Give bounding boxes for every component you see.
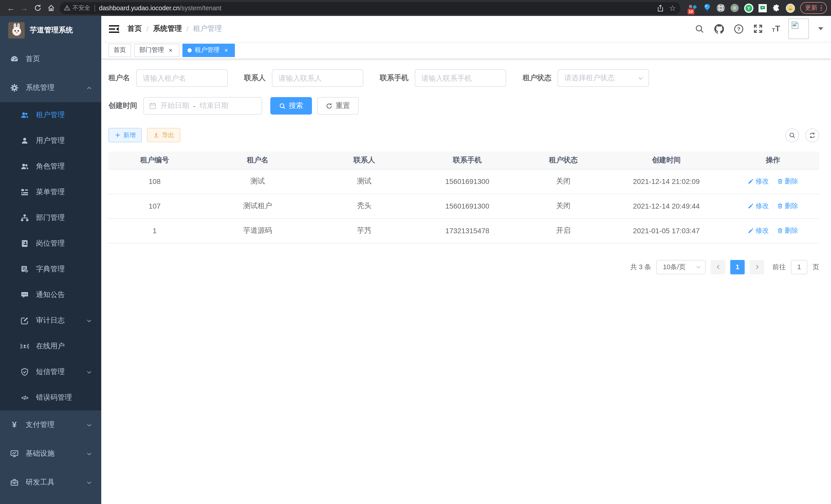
- address-bar[interactable]: 不安全 dashboard.yudao.iocoder.cn/system/te…: [60, 2, 680, 14]
- create-time-range-picker[interactable]: 开始日期 - 结束日期: [143, 97, 262, 115]
- tab-close-icon[interactable]: ×: [223, 47, 230, 54]
- search-button[interactable]: 搜索: [270, 97, 312, 115]
- sidebar-item-label: 审计日志: [36, 316, 79, 325]
- bookmark-star-icon[interactable]: ☆: [669, 4, 676, 12]
- reset-button[interactable]: 重置: [317, 97, 359, 115]
- sidebar-item-label: 菜单管理: [36, 187, 92, 197]
- back-icon[interactable]: ←: [4, 1, 18, 14]
- tab-tenant[interactable]: 租户管理 ×: [182, 43, 235, 57]
- extension-grid-icon[interactable]: 10: [688, 3, 698, 12]
- extension-kite-icon[interactable]: [702, 3, 712, 12]
- tab-close-icon[interactable]: ×: [167, 47, 174, 54]
- sidebar-item-audit-log[interactable]: 审计日志: [0, 308, 101, 333]
- breadcrumb-separator: /: [187, 25, 189, 33]
- sidebar-item-menu[interactable]: 菜单管理: [0, 179, 101, 205]
- cell-actions: 修改 删除: [727, 194, 819, 218]
- sidebar-item-error-code[interactable]: </> 错误码管理: [0, 385, 101, 411]
- avatar-caret-icon[interactable]: [818, 27, 823, 30]
- sidebar-item-dev-tools[interactable]: 研发工具: [0, 468, 101, 497]
- user-icon: [21, 137, 29, 145]
- profile-avatar-icon[interactable]: [785, 3, 795, 12]
- mobile-input[interactable]: [415, 69, 506, 87]
- warning-icon: [64, 5, 70, 11]
- extension-chat-icon[interactable]: [758, 3, 767, 12]
- chevron-left-icon: [715, 264, 721, 270]
- extension-badge: 10: [687, 9, 694, 14]
- user-avatar[interactable]: [789, 19, 809, 39]
- prev-page-button[interactable]: [711, 260, 725, 274]
- tenant-name-input[interactable]: [136, 69, 228, 87]
- sidebar-item-infra[interactable]: 基础设施: [0, 439, 101, 468]
- browser-menu-icon[interactable]: [821, 5, 822, 11]
- font-size-icon[interactable]: TT: [772, 25, 780, 33]
- help-icon[interactable]: ?: [733, 23, 744, 34]
- forward-icon[interactable]: →: [18, 1, 31, 14]
- calendar-icon: [149, 102, 156, 110]
- breadcrumb-separator: /: [146, 25, 148, 33]
- extension-puzzle-icon[interactable]: [772, 3, 781, 12]
- chevron-down-icon: [696, 264, 701, 269]
- menu-tree-icon: [21, 188, 29, 196]
- table-row: 107 测试租户 秃头 15601691300 关闭 2021-12-14 20…: [109, 194, 819, 218]
- delete-link[interactable]: 删除: [777, 201, 798, 211]
- sidebar-item-label: 角色管理: [36, 162, 92, 171]
- sidebar-item-system[interactable]: 系统管理: [0, 73, 101, 102]
- sidebar-item-user[interactable]: 用户管理: [0, 128, 101, 154]
- sidebar-item-dict[interactable]: 字典管理: [0, 256, 101, 282]
- show-search-toggle-button[interactable]: [785, 128, 799, 142]
- github-icon[interactable]: [713, 23, 725, 34]
- security-chip[interactable]: 不安全: [64, 4, 90, 12]
- header-search-icon[interactable]: [694, 23, 705, 34]
- goto-page-input[interactable]: [791, 260, 807, 274]
- extension-yuque-icon[interactable]: Y: [744, 3, 753, 12]
- sidebar-item-label: 短信管理: [36, 367, 79, 377]
- tab-home[interactable]: 首页: [109, 43, 131, 57]
- delete-link[interactable]: 删除: [777, 226, 798, 235]
- fullscreen-icon[interactable]: [752, 23, 764, 34]
- tab-dept[interactable]: 部门管理 ×: [134, 43, 179, 57]
- delete-link[interactable]: 删除: [777, 177, 798, 186]
- sidebar-item-home[interactable]: 首页: [0, 45, 101, 73]
- refresh-table-button[interactable]: [805, 128, 819, 142]
- trash-icon: [777, 178, 783, 184]
- sidebar-item-role[interactable]: 角色管理: [0, 154, 101, 179]
- edit-link[interactable]: 修改: [748, 177, 769, 186]
- sidebar-item-post[interactable]: 岗位管理: [0, 231, 101, 256]
- edit-link[interactable]: 修改: [748, 226, 769, 235]
- sidebar-item-label: 通知公告: [36, 290, 92, 299]
- sidebar-item-tenant[interactable]: 租户管理: [0, 102, 101, 128]
- reload-icon[interactable]: [31, 1, 44, 14]
- status-select[interactable]: 请选择租户状态: [557, 69, 649, 87]
- edit-link[interactable]: 修改: [748, 201, 769, 211]
- code-icon: </>: [21, 393, 29, 402]
- home-icon[interactable]: [44, 1, 58, 14]
- page-number-button[interactable]: 1: [730, 260, 745, 274]
- hamburger-icon[interactable]: [109, 24, 119, 33]
- sidebar-item-pay[interactable]: ¥ 支付管理: [0, 411, 101, 439]
- share-icon[interactable]: [657, 4, 664, 11]
- plus-icon: [115, 132, 121, 138]
- chevron-down-icon: [86, 480, 92, 485]
- extension-dot-icon[interactable]: [730, 3, 739, 12]
- chevron-down-icon: [86, 451, 92, 456]
- extension-command-icon[interactable]: [716, 3, 725, 12]
- sidebar-item-label: 基础设施: [26, 449, 79, 458]
- sidebar-item-sms[interactable]: 短信管理: [0, 359, 101, 385]
- sidebar-logo[interactable]: 芋道管理系统: [0, 16, 101, 45]
- browser-update-button[interactable]: 更新: [800, 2, 827, 14]
- download-icon: [153, 132, 159, 138]
- sidebar-item-dept[interactable]: 部门管理: [0, 205, 101, 231]
- export-button[interactable]: 导出: [147, 128, 180, 142]
- contact-input[interactable]: [272, 69, 363, 87]
- page-size-select[interactable]: 10条/页: [656, 260, 706, 274]
- sidebar-item-online-users[interactable]: 在线用户: [0, 333, 101, 359]
- online-signal-icon: [21, 342, 29, 350]
- svg-text:Y: Y: [747, 6, 750, 10]
- next-page-button[interactable]: [750, 260, 764, 274]
- omnibox-divider: [94, 4, 95, 11]
- add-button[interactable]: 新增: [109, 128, 142, 142]
- contact-label: 联系人: [244, 73, 266, 83]
- breadcrumb-home[interactable]: 首页: [127, 24, 142, 33]
- sidebar-item-notice[interactable]: 通知公告: [0, 282, 101, 308]
- breadcrumb-system[interactable]: 系统管理: [153, 24, 182, 33]
